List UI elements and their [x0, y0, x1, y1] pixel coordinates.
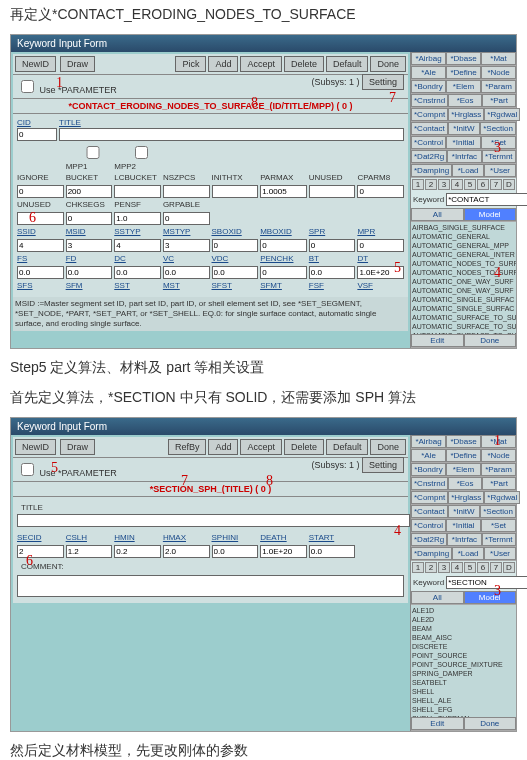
edit-button[interactable]: Edit [411, 717, 464, 730]
list-item[interactable]: AUTOMATIC_GENERAL_MPP [412, 241, 515, 250]
cat-button[interactable]: *Dbase [446, 52, 481, 65]
model-button[interactable]: Model [464, 208, 517, 221]
add-button[interactable]: Add [208, 56, 238, 72]
use-parameter-check[interactable] [21, 80, 34, 93]
list-item[interactable]: AUTOMATIC_GENERAL_INTER [412, 250, 515, 259]
field-input[interactable] [260, 545, 307, 558]
page-button[interactable]: 6 [477, 562, 489, 573]
field-input[interactable] [357, 266, 404, 279]
newid-button[interactable]: NewID [15, 56, 56, 72]
cat-button[interactable]: *Termnt [482, 150, 516, 163]
cat-button[interactable]: *Initial [446, 136, 481, 149]
cat-button[interactable]: *Part [482, 94, 516, 107]
cat-button[interactable]: *Mat [481, 435, 516, 448]
cat-button[interactable]: *Cnstrnd [411, 94, 448, 107]
cat-button[interactable]: *Cnstrnd [411, 477, 448, 490]
done-button[interactable]: Done [370, 439, 406, 455]
title-input[interactable] [59, 128, 404, 141]
field-input[interactable] [212, 266, 259, 279]
field-input[interactable] [114, 212, 161, 225]
field-input[interactable] [66, 545, 113, 558]
field-input[interactable] [260, 266, 307, 279]
field-input[interactable] [163, 266, 210, 279]
field-input[interactable] [357, 239, 404, 252]
page-button[interactable]: 3 [438, 562, 450, 573]
mpp2-check[interactable] [118, 146, 165, 159]
field-input[interactable] [66, 185, 113, 198]
list-item[interactable]: AUTOMATIC_SINGLE_SURFAC [412, 295, 515, 304]
keyword-input[interactable] [446, 193, 527, 206]
done-button[interactable]: Done [464, 334, 517, 347]
field-input[interactable] [114, 185, 161, 198]
list-item[interactable]: SHELL_EFG [412, 705, 515, 714]
list-item[interactable]: SEATBELT [412, 678, 515, 687]
field-input[interactable] [212, 185, 259, 198]
cat-button[interactable]: *Section [480, 505, 516, 518]
keyword-list[interactable]: ALE1DALE2DBEAMBEAM_AISCDISCRETEPOINT_SOU… [411, 605, 516, 717]
delete-button[interactable]: Delete [284, 439, 324, 455]
field-input[interactable] [357, 185, 404, 198]
cat-button[interactable]: *Contact [411, 122, 448, 135]
list-item[interactable]: AUTOMATIC_NODES_TO_SURF [412, 268, 515, 277]
field-input[interactable] [114, 545, 161, 558]
list-item[interactable]: AUTOMATIC_SURFACE_TO_SU [412, 322, 515, 331]
list-item[interactable]: POINT_SOURCE [412, 651, 515, 660]
page-button[interactable]: 2 [425, 562, 437, 573]
field-input[interactable] [309, 185, 356, 198]
list-item[interactable]: AUTOMATIC_SURFACE_TO_SU [412, 313, 515, 322]
list-item[interactable]: BEAM [412, 624, 515, 633]
field-input[interactable] [17, 212, 64, 225]
setting-button[interactable]: Setting [362, 457, 404, 473]
field-input[interactable] [163, 212, 210, 225]
list-item[interactable]: ALE2D [412, 615, 515, 624]
field-input[interactable] [66, 212, 113, 225]
cat-button[interactable]: *Node [481, 449, 516, 462]
draw-button[interactable]: Draw [60, 56, 95, 72]
cat-button[interactable]: *Intrfac [447, 150, 481, 163]
cat-button[interactable]: *Bondry [411, 463, 446, 476]
cat-button[interactable]: *Elem [446, 80, 481, 93]
page-button[interactable]: D [503, 562, 515, 573]
field-input[interactable] [17, 545, 64, 558]
page-button[interactable]: 4 [451, 562, 463, 573]
list-item[interactable]: AUTOMATIC_ONE_WAY_SURF [412, 286, 515, 295]
cat-button[interactable]: *Ale [411, 449, 446, 462]
field-input[interactable] [17, 185, 64, 198]
page-button[interactable]: 6 [477, 179, 489, 190]
cat-button[interactable]: *Initial [446, 519, 481, 532]
list-item[interactable]: POINT_SOURCE_MIXTURE [412, 660, 515, 669]
cat-button[interactable]: *Mat [481, 52, 516, 65]
field-input[interactable] [260, 185, 307, 198]
list-item[interactable]: BEAM_AISC [412, 633, 515, 642]
cat-button[interactable]: *Dbase [446, 435, 481, 448]
cat-button[interactable]: *InitW [448, 505, 481, 518]
list-item[interactable]: ALE1D [412, 606, 515, 615]
field-input[interactable] [114, 266, 161, 279]
use-parameter-check[interactable] [21, 463, 34, 476]
default-button[interactable]: Default [326, 56, 369, 72]
field-input[interactable] [212, 239, 259, 252]
page-button[interactable]: 4 [451, 179, 463, 190]
field-input[interactable] [163, 545, 210, 558]
cat-button[interactable]: *Hrglass [448, 491, 484, 504]
cat-button[interactable]: *User [484, 164, 516, 177]
cat-button[interactable]: *Section [480, 122, 516, 135]
page-button[interactable]: 2 [425, 179, 437, 190]
field-input[interactable] [114, 239, 161, 252]
page-button[interactable]: 1 [412, 179, 424, 190]
list-item[interactable]: SHELL [412, 687, 515, 696]
cat-button[interactable]: *Load [452, 164, 484, 177]
list-item[interactable]: SPRING_DAMPER [412, 669, 515, 678]
field-input[interactable] [163, 185, 210, 198]
cat-button[interactable]: *Define [446, 449, 481, 462]
cat-button[interactable]: *Node [481, 66, 516, 79]
page-button[interactable]: 7 [490, 179, 502, 190]
cid-input[interactable] [17, 128, 57, 141]
cat-button[interactable]: *Hrglass [448, 108, 484, 121]
list-item[interactable]: AUTOMATIC_SINGLE_SURFAC [412, 304, 515, 313]
cat-button[interactable]: *Eos [448, 94, 482, 107]
cat-button[interactable]: *Rgdwal [484, 491, 520, 504]
cat-button[interactable]: *Ale [411, 66, 446, 79]
title-input[interactable] [17, 514, 410, 527]
cat-button[interactable]: *Dat2Rg [411, 533, 447, 546]
